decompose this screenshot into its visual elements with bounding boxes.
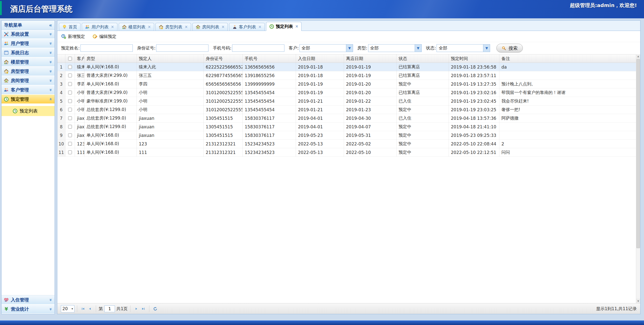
search-button[interactable]: 搜索 bbox=[496, 44, 523, 52]
home-icon bbox=[62, 25, 67, 29]
close-icon[interactable]: × bbox=[258, 25, 262, 29]
table-row[interactable]: 11111单人间(¥:168.0)11121312312321152342345… bbox=[57, 148, 636, 157]
clock-icon bbox=[269, 24, 274, 29]
row-checkbox[interactable] bbox=[68, 133, 72, 137]
row-checkbox[interactable] bbox=[68, 74, 72, 77]
scrollbar-thumb[interactable] bbox=[636, 59, 640, 248]
sidebar-collapse-icon[interactable]: « bbox=[49, 22, 52, 28]
tab-房型列表[interactable]: 房型列表 × bbox=[155, 23, 191, 31]
cell-booktime: 2019-04-18 21:41:10 bbox=[449, 123, 499, 131]
first-page-button[interactable] bbox=[80, 305, 87, 312]
sidebar-group-预定管理[interactable]: 预定管理« bbox=[2, 95, 55, 104]
row-checkbox[interactable] bbox=[68, 116, 72, 120]
column-header-预定人[interactable]: 预定人 bbox=[137, 55, 204, 63]
table-row[interactable]: 1猿来入此单人间(¥:168.0)猿来入此6222522566655213656… bbox=[57, 63, 636, 71]
scroll-up-icon[interactable]: ▲ bbox=[636, 54, 640, 59]
table-row[interactable]: 7jiaxuan总统套房(¥:1299.0)jiaxuan13054515151… bbox=[57, 114, 636, 123]
column-header-状态[interactable]: 状态 bbox=[397, 55, 449, 63]
row-number: 3 bbox=[57, 80, 65, 88]
select-all-checkbox[interactable] bbox=[68, 57, 72, 61]
room-icon bbox=[196, 25, 200, 29]
row-checkbox[interactable] bbox=[68, 65, 72, 69]
table-row[interactable]: 8jiaxuan总统套房(¥:1299.0)jiaxuan13054515151… bbox=[57, 123, 636, 131]
close-icon[interactable]: × bbox=[185, 25, 188, 29]
booking-name-input[interactable] bbox=[80, 44, 133, 52]
row-checkbox[interactable] bbox=[68, 99, 72, 103]
page-number-input[interactable] bbox=[104, 305, 115, 312]
vertical-scrollbar[interactable]: ▲ ▼ bbox=[636, 54, 640, 303]
row-checkbox[interactable] bbox=[68, 125, 72, 129]
column-header-离店日期[interactable]: 离店日期 bbox=[344, 55, 397, 63]
table-row[interactable]: 6小明总统套房(¥:1299.0)小明310120025225551354545… bbox=[57, 105, 636, 114]
close-icon[interactable]: × bbox=[222, 25, 225, 29]
cell-booktime: 2019-01-19 23:02:16 bbox=[449, 88, 499, 97]
row-checkbox[interactable] bbox=[68, 91, 72, 94]
tab-房间列表[interactable]: 房间列表 × bbox=[192, 23, 228, 31]
refresh-button[interactable] bbox=[152, 305, 159, 312]
cell-roomtype: 单人间(¥:168.0) bbox=[84, 131, 137, 139]
chevron-down-icon: » bbox=[49, 70, 54, 73]
next-page-button[interactable] bbox=[133, 305, 140, 312]
sidebar-group-楼层管理[interactable]: 楼层管理» bbox=[2, 58, 55, 67]
row-checkbox[interactable] bbox=[68, 82, 72, 86]
sidebar-title: 导航菜单 bbox=[4, 22, 22, 28]
page-size-select[interactable]: 20 ▾ bbox=[61, 305, 74, 312]
column-header-手机号[interactable]: 手机号 bbox=[243, 55, 296, 63]
cell-idcard: 31012002522555 bbox=[204, 88, 243, 97]
edit-booking-button[interactable]: 编辑预定 bbox=[93, 34, 116, 39]
sidebar-item-预定列表[interactable]: 预定列表 bbox=[2, 106, 55, 116]
roomtype-select[interactable]: 全部 ▼ bbox=[368, 44, 422, 52]
phone-input[interactable] bbox=[232, 44, 284, 52]
tab-预定列表[interactable]: 预定列表 × bbox=[266, 22, 302, 31]
column-header-预定时间[interactable]: 预定时间 bbox=[449, 55, 499, 63]
clock-icon bbox=[13, 109, 18, 114]
close-icon[interactable]: × bbox=[148, 25, 151, 29]
sidebar-group-房型管理[interactable]: 房型管理» bbox=[2, 67, 55, 76]
tab-label: 客户列表 bbox=[239, 24, 256, 30]
table-row[interactable]: 3李四单人间(¥:168.0)李四65656565656561399999999… bbox=[57, 80, 636, 88]
last-page-button[interactable] bbox=[140, 305, 147, 312]
sidebar-group-入住管理[interactable]: 入住管理» bbox=[2, 295, 55, 305]
table-row[interactable]: 9jiaxuan单人间(¥:168.0)jiaxuan1305451515158… bbox=[57, 131, 636, 140]
scroll-down-icon[interactable]: ▼ bbox=[636, 299, 640, 303]
sidebar-group-label: 营业统计 bbox=[11, 306, 50, 312]
sidebar-group-系统日志[interactable]: 系统日志» bbox=[2, 48, 55, 58]
sidebar-group-label: 用户管理 bbox=[11, 40, 50, 46]
table-row[interactable]: 4小明普通大床房(¥:299.0)小明310120025225551354545… bbox=[57, 88, 636, 97]
cell-booktime: 2019-04-18 13:57:36 bbox=[449, 114, 499, 122]
add-booking-button[interactable]: 新增预定 bbox=[61, 34, 85, 39]
tab-客户列表[interactable]: 客户列表 × bbox=[229, 23, 265, 31]
cell-status: 已结算离店 bbox=[397, 88, 449, 97]
column-header-客户[interactable]: 客户 bbox=[75, 55, 84, 63]
customer-select[interactable]: 全部 ▼ bbox=[299, 44, 353, 52]
sidebar-group-客户管理[interactable]: 客户管理» bbox=[2, 85, 55, 95]
sidebar-group-用户管理[interactable]: 用户管理» bbox=[2, 39, 55, 48]
sidebar-group-房间管理[interactable]: 房间管理» bbox=[2, 76, 55, 85]
table-row[interactable]: 2张三普通大床房(¥:299.0)张三五62298774556565613918… bbox=[57, 71, 636, 80]
table-row[interactable]: 5小明豪华标准房(¥:199.0)小明310120025225551354545… bbox=[57, 97, 636, 105]
tab-用户列表[interactable]: 用户列表 × bbox=[82, 23, 117, 31]
cell-status: 预定中 bbox=[397, 80, 449, 88]
status-select[interactable]: 全部 ▼ bbox=[437, 44, 490, 52]
chevron-down-icon: » bbox=[49, 298, 54, 301]
column-header-备注[interactable]: 备注 bbox=[499, 55, 636, 63]
cell-phone: 13545455454 bbox=[243, 105, 296, 114]
cell-booker: 张三五 bbox=[137, 71, 204, 80]
row-checkbox[interactable] bbox=[68, 108, 72, 112]
row-checkbox[interactable] bbox=[68, 142, 72, 146]
column-header-入住日期[interactable]: 入住日期 bbox=[296, 55, 344, 63]
table-row[interactable]: 10123单人间(¥:168.0)12321312312321152342345… bbox=[57, 140, 636, 148]
close-icon[interactable]: × bbox=[295, 24, 298, 29]
row-number: 4 bbox=[57, 88, 65, 97]
column-header-房型[interactable]: 房型 bbox=[84, 55, 137, 63]
row-checkbox[interactable] bbox=[68, 150, 72, 154]
sidebar-group-营业统计[interactable]: ¥营业统计» bbox=[2, 305, 55, 314]
tab-首页[interactable]: 首页 bbox=[59, 23, 80, 31]
close-icon[interactable]: × bbox=[111, 25, 114, 29]
tab-楼层列表[interactable]: 楼层列表 × bbox=[119, 23, 154, 31]
next-page-icon bbox=[135, 307, 138, 311]
prev-page-button[interactable] bbox=[87, 305, 93, 312]
column-header-身份证号[interactable]: 身份证号 bbox=[204, 55, 243, 63]
idcard-input[interactable] bbox=[156, 44, 208, 52]
sidebar-group-系统设置[interactable]: 系统设置» bbox=[2, 30, 55, 39]
